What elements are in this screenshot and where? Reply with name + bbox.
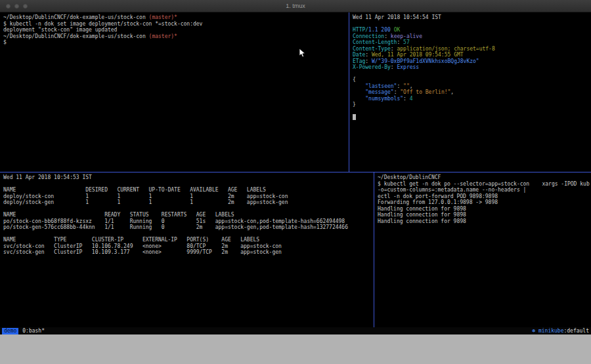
text-segment: : xyxy=(403,96,410,102)
pane-divider-vertical-top[interactable] xyxy=(349,12,349,172)
text-segment: : xyxy=(391,46,397,52)
text-segment xyxy=(353,89,365,95)
terminal-line: X-Powered-By: Express xyxy=(353,64,591,71)
terminal-line: svc/stock-con ClusterIP 10.106.78.249 <n… xyxy=(3,243,374,250)
text-segment xyxy=(353,96,365,102)
text-segment: X-Powered-By xyxy=(353,64,391,70)
window-title: 1. tmux xyxy=(0,3,591,9)
text-segment: $ xyxy=(3,39,7,45)
text-segment: OK xyxy=(394,27,401,33)
terminal-line xyxy=(3,206,374,212)
terminal-line: Date: Wed, 11 Apr 2018 09:54:55 GMT xyxy=(353,52,591,58)
terminal-line: po/stock-con-bb68f88fd-kzsxz 1/1 Running… xyxy=(3,218,374,225)
terminal-line: Content-Length: 57 xyxy=(353,39,591,46)
session-name: demo xyxy=(2,328,18,334)
text-segment: ETag xyxy=(353,58,365,64)
tmux-panes: ~/Desktop/DublinCNCF/dok-example-us/stoc… xyxy=(0,12,591,327)
pane-kubectl-watch[interactable]: Wed 11 Apr 2018 10:54:53 IST NAME DESIRE… xyxy=(0,172,374,327)
terminal-line: "lastseen": "", xyxy=(353,83,591,90)
tmux-terminal: ~/Desktop/DublinCNCF/dok-example-us/stoc… xyxy=(0,12,591,334)
minimize-button[interactable] xyxy=(14,4,19,9)
terminal-line: Content-Type: application/json; charset=… xyxy=(353,46,591,52)
terminal-line: Wed 11 Apr 2018 10:54:53 IST xyxy=(3,174,374,181)
terminal-line: Wed 11 Apr 2018 10:54:54 IST xyxy=(353,14,591,21)
kube-namespace-label: :default xyxy=(563,328,589,334)
text-segment: deploy/stock-gen 1 1 1 1 2m app=stock-ge… xyxy=(3,199,288,205)
text-segment: "lastseen" xyxy=(365,83,397,89)
terminal-line: deploy/stock-con 1 1 1 1 2m app=stock-co… xyxy=(3,193,374,200)
text-segment: HTTP/ xyxy=(353,27,368,33)
tmux-status-bar: demo 0:bash* ☸ minikube:default xyxy=(0,327,591,334)
terminal-line: Handling connection for 9898 xyxy=(378,206,591,212)
text-segment: Wed 11 Apr 2018 10:54:54 IST xyxy=(353,14,441,20)
terminal-line xyxy=(3,181,374,188)
text-segment: : xyxy=(365,58,372,64)
pane-port-forward[interactable]: ~/Desktop/DublinCNCF$ kubectl get -n dok… xyxy=(374,172,591,327)
terminal-line: ~/Desktop/DublinCNCF xyxy=(378,174,591,181)
text-segment: Forwarding from 127.0.0.1:9898 -> 9898 xyxy=(378,199,498,205)
text-segment: Handling connection for 9898 xyxy=(378,212,466,218)
terminal-line: NAME DESIRED CURRENT UP-TO-DATE AVAILABL… xyxy=(3,187,374,193)
titlebar: 1. tmux xyxy=(0,0,591,12)
terminal-line: ectl -n dok port-forward POD 9898:9898 xyxy=(378,193,591,200)
text-segment: , xyxy=(450,89,454,95)
terminal-line: Connection: keep-alive xyxy=(353,33,591,40)
text-segment: Wed 11 Apr 2018 10:54:53 IST xyxy=(3,174,92,180)
text-segment: $ kubectl get -n dok po --selector=app=s… xyxy=(378,181,590,187)
text-segment: } xyxy=(353,102,356,108)
desktop-background xyxy=(0,334,591,364)
terminal-line: ~/Desktop/DublinCNCF/dok-example-us/stoc… xyxy=(3,33,349,40)
close-button[interactable] xyxy=(6,4,11,9)
text-segment: Handling connection for 9898 xyxy=(378,206,466,212)
terminal-line: ~/Desktop/DublinCNCF/dok-example-us/stoc… xyxy=(3,14,349,21)
text-segment: application/json; charset=utf-8 xyxy=(397,46,494,52)
text-segment: $ kubectl -n dok set image deployment/st… xyxy=(3,21,202,27)
terminal-line: NAME TYPE CLUSTER-IP EXTERNAL-IP PORT(S)… xyxy=(3,237,374,243)
terminal-line xyxy=(3,231,374,237)
text-segment: 1.1 200 xyxy=(368,27,391,33)
window-tab-bash[interactable]: 0:bash* xyxy=(22,328,45,334)
terminal-line: $ xyxy=(3,39,349,46)
text-segment: 57 xyxy=(403,39,410,45)
text-segment: (master)* xyxy=(149,33,177,39)
text-segment: Connection xyxy=(353,33,384,39)
text-segment: : xyxy=(397,83,403,89)
text-segment: 4 xyxy=(410,96,413,102)
pane-http-response[interactable]: Wed 11 Apr 2018 10:54:54 IST HTTP/1.1 20… xyxy=(349,12,591,172)
terminal-line: po/stock-gen-576cc688bb-44knn 1/1 Runnin… xyxy=(3,224,374,231)
terminal-line: { xyxy=(353,77,591,83)
terminal-line: -o=custom-columns=:metadata.name --no-he… xyxy=(378,187,591,193)
terminal-window: 1. tmux ~/Desktop/DublinCNCF/dok-example… xyxy=(0,0,591,334)
status-right: ☸ minikube:default xyxy=(532,328,589,334)
text-segment: svc/stock-con ClusterIP 10.106.78.249 <n… xyxy=(3,243,282,249)
terminal-line: } xyxy=(353,102,591,108)
traffic-lights xyxy=(6,0,28,12)
text-segment: , xyxy=(410,83,413,89)
text-segment: "" xyxy=(403,83,410,89)
terminal-line xyxy=(353,21,591,28)
terminal-line: "message": "Off to Berlin!", xyxy=(353,89,591,96)
mouse-cursor xyxy=(299,49,306,58)
terminal-line: ETag: W/"39-0xBPf9aF1dXVNkhsxoBQgJ8vKzo" xyxy=(353,58,591,65)
text-segment: : xyxy=(384,33,391,39)
text-segment: ectl -n dok port-forward POD 9898:9898 xyxy=(378,193,498,199)
terminal-line: deploy/stock-gen 1 1 1 1 2m app=stock-ge… xyxy=(3,199,374,206)
text-segment: "message" xyxy=(365,89,393,95)
terminal-line: Forwarding from 127.0.0.1:9898 -> 9898 xyxy=(378,199,591,206)
pane-divider-horizontal[interactable] xyxy=(0,172,591,172)
pane-divider-vertical-bottom[interactable] xyxy=(374,172,374,327)
terminal-line: $ kubectl -n dok set image deployment/st… xyxy=(3,21,349,28)
text-segment: Date xyxy=(353,52,365,58)
text-segment: "numsymbols" xyxy=(365,96,403,102)
text-segment: Handling connection for 9898 xyxy=(378,218,466,224)
text-segment: ~/Desktop/DublinCNCF xyxy=(378,174,441,180)
zoom-button[interactable] xyxy=(23,4,28,9)
terminal-line: NAME READY STATUS RESTARTS AGE LABELS xyxy=(3,212,374,218)
terminal-line xyxy=(353,71,591,77)
terminal-line: deployment "stock-con" image updated xyxy=(3,27,349,33)
pane-shell-stock-con[interactable]: ~/Desktop/DublinCNCF/dok-example-us/stoc… xyxy=(0,12,349,172)
terminal-line: $ kubectl get -n dok po --selector=app=s… xyxy=(378,181,591,188)
text-segment: -o=custom-columns=:metadata.name --no-he… xyxy=(378,187,526,193)
text-segment: "Off to Berlin!" xyxy=(400,89,450,95)
text-segment: Content-Length xyxy=(353,39,397,45)
